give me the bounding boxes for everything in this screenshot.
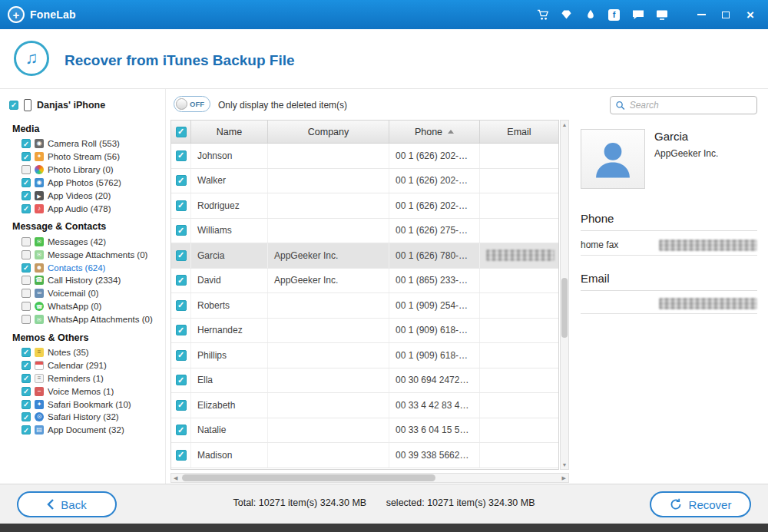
- table-row[interactable]: Johnson00 1 (626) 202-…: [171, 144, 558, 169]
- close-button[interactable]: ×: [740, 6, 760, 23]
- row-checkbox[interactable]: [176, 275, 187, 286]
- scroll-up-icon[interactable]: ▲: [561, 122, 568, 127]
- item-checkbox[interactable]: [22, 139, 31, 148]
- sidebar-item-voice-memos[interactable]: Voice Memos (1): [0, 385, 165, 398]
- search-input[interactable]: [630, 100, 751, 111]
- table-row[interactable]: Ella00 30 694 2472…: [171, 368, 558, 394]
- column-header-name[interactable]: Name: [191, 121, 268, 143]
- back-button[interactable]: Back: [17, 491, 117, 517]
- sidebar-item-whatsapp-attachments[interactable]: WhatsApp Attachments (0): [0, 313, 165, 326]
- sidebar-item-reminders[interactable]: Reminders (1): [0, 372, 165, 385]
- row-checkbox[interactable]: [176, 175, 187, 186]
- table-row[interactable]: Walker00 1 (626) 202-…: [171, 169, 558, 194]
- contacts-icon: [35, 263, 44, 273]
- sidebar-item-app-audio[interactable]: App Audio (478): [0, 202, 165, 215]
- item-checkbox[interactable]: [22, 250, 31, 259]
- row-checkbox[interactable]: [176, 300, 187, 311]
- row-checkbox[interactable]: [176, 450, 187, 461]
- item-checkbox[interactable]: [22, 412, 31, 421]
- sidebar-item-call-history[interactable]: Call History (2334): [0, 274, 165, 287]
- table-row[interactable]: Phillips00 1 (909) 618-…: [171, 343, 558, 368]
- item-checkbox[interactable]: [22, 374, 31, 383]
- vertical-scrollbar[interactable]: ▲ ▼: [560, 120, 569, 470]
- voice-memos-icon: [35, 387, 44, 396]
- item-checkbox[interactable]: [22, 276, 31, 285]
- column-header-company[interactable]: Company: [268, 121, 389, 143]
- item-checkbox[interactable]: [22, 361, 31, 370]
- table-row[interactable]: Hernandez00 1 (909) 618-…: [171, 319, 558, 344]
- device-checkbox[interactable]: [9, 101, 18, 110]
- sidebar-item-voicemail[interactable]: Voicemail (0): [0, 287, 165, 300]
- item-checkbox[interactable]: [22, 165, 31, 174]
- horizontal-scroll-thumb[interactable]: [182, 474, 435, 481]
- sidebar-item-message-attachments[interactable]: Message Attachments (0): [0, 248, 165, 261]
- select-all-checkbox[interactable]: [176, 127, 187, 137]
- row-checkbox[interactable]: [176, 375, 187, 385]
- device-name: Danjas' iPhone: [37, 100, 105, 111]
- table-row[interactable]: Elizabeth00 33 4 42 83 4…: [171, 393, 558, 418]
- item-checkbox[interactable]: [22, 400, 31, 409]
- table-row[interactable]: Roberts00 1 (909) 254-…: [171, 293, 558, 319]
- item-checkbox[interactable]: [22, 178, 31, 187]
- sidebar-item-notes[interactable]: Notes (35): [0, 346, 165, 359]
- table-row[interactable]: DavidAppGeeker Inc.00 1 (865) 233-…: [171, 269, 558, 294]
- feedback-icon[interactable]: [655, 8, 668, 21]
- table-row[interactable]: Natalie00 33 6 04 15 5…: [171, 418, 558, 444]
- device-row[interactable]: Danjas' iPhone: [0, 89, 165, 117]
- item-checkbox[interactable]: [22, 237, 31, 246]
- scroll-left-icon[interactable]: ◀: [174, 474, 177, 482]
- row-checkbox[interactable]: [176, 350, 187, 361]
- item-checkbox[interactable]: [22, 204, 31, 213]
- gem-icon[interactable]: [560, 8, 573, 21]
- recover-button[interactable]: Recover: [650, 491, 751, 517]
- item-checkbox[interactable]: [22, 263, 31, 273]
- sidebar-item-camera-roll[interactable]: Camera Roll (553): [0, 137, 165, 150]
- row-checkbox[interactable]: [176, 225, 187, 236]
- table-row[interactable]: Williams00 1 (626) 275-…: [171, 219, 558, 244]
- row-checkbox[interactable]: [176, 200, 187, 211]
- scroll-down-icon[interactable]: ▼: [561, 462, 568, 468]
- row-checkbox[interactable]: [176, 150, 187, 161]
- sidebar-item-whatsapp[interactable]: WhatsApp (0): [0, 300, 165, 313]
- chat-icon[interactable]: [631, 8, 644, 21]
- cart-icon[interactable]: [536, 8, 549, 21]
- sidebar-item-photo-stream[interactable]: Photo Stream (56): [0, 150, 165, 164]
- minimize-button[interactable]: [691, 6, 711, 23]
- item-checkbox[interactable]: [22, 152, 31, 161]
- sidebar-item-safari-history[interactable]: Safari History (32): [0, 411, 165, 424]
- cell-name: Natalie: [191, 418, 268, 443]
- maximize-button[interactable]: [716, 6, 736, 23]
- column-header-phone[interactable]: Phone: [389, 121, 480, 143]
- facebook-icon[interactable]: f: [607, 8, 621, 21]
- row-checkbox[interactable]: [176, 400, 187, 411]
- row-checkbox[interactable]: [176, 325, 187, 335]
- deleted-only-toggle[interactable]: OFF: [174, 96, 210, 112]
- item-checkbox[interactable]: [22, 315, 31, 324]
- item-checkbox[interactable]: [22, 191, 31, 200]
- item-checkbox[interactable]: [22, 348, 31, 357]
- cell-name: Rodriguez: [191, 193, 268, 218]
- column-header-label: Name: [217, 127, 242, 137]
- sidebar-item-app-document[interactable]: App Document (32): [0, 424, 165, 437]
- vertical-scroll-thumb[interactable]: [561, 278, 568, 338]
- sidebar-item-photo-library[interactable]: Photo Library (0): [0, 164, 165, 177]
- row-checkbox[interactable]: [176, 425, 187, 435]
- sidebar-item-contacts[interactable]: Contacts (624): [0, 261, 165, 274]
- horizontal-scrollbar[interactable]: ◀ ▶: [170, 473, 569, 483]
- table-row[interactable]: Madison00 39 338 5662…: [171, 443, 558, 468]
- item-checkbox[interactable]: [22, 387, 31, 396]
- column-header-email[interactable]: Email: [480, 121, 558, 143]
- table-row[interactable]: Rodriguez00 1 (626) 202-…: [171, 193, 558, 219]
- drop-icon[interactable]: [584, 8, 597, 21]
- item-checkbox[interactable]: [22, 302, 31, 311]
- sidebar-item-calendar[interactable]: Calendar (291): [0, 359, 165, 372]
- sidebar-item-app-photos[interactable]: App Photos (5762): [0, 177, 165, 190]
- sidebar-item-app-videos[interactable]: App Videos (20): [0, 190, 165, 203]
- sidebar-item-safari-bookmark[interactable]: Safari Bookmark (10): [0, 398, 165, 411]
- item-checkbox[interactable]: [22, 425, 31, 435]
- sidebar-item-messages[interactable]: Messages (42): [0, 235, 165, 248]
- item-checkbox[interactable]: [22, 289, 31, 298]
- table-row[interactable]: GarciaAppGeeker Inc.00 1 (626) 780-…: [171, 243, 558, 269]
- scroll-right-icon[interactable]: ▶: [562, 474, 566, 482]
- row-checkbox[interactable]: [176, 250, 187, 261]
